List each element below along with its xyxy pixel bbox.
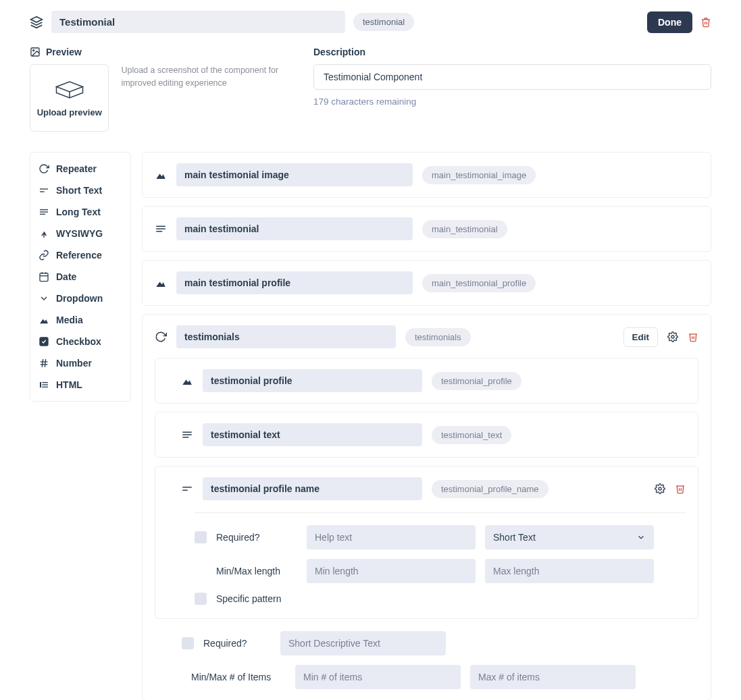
field-card-testimonial-profile-name: testimonial_profile_name Required? Short… (155, 466, 698, 619)
svg-marker-28 (182, 380, 192, 385)
sidebar-item-reference[interactable]: Reference (30, 244, 130, 266)
specific-pattern-label: Specific pattern (216, 593, 282, 604)
sidebar-item-long-text[interactable]: Long Text (30, 201, 130, 223)
field-name-input[interactable] (203, 369, 422, 392)
link-icon (39, 250, 49, 261)
sidebar-item-wysiwyg[interactable]: WYSIWYG (30, 223, 130, 244)
svg-rect-20 (42, 384, 48, 385)
svg-rect-6 (40, 211, 48, 212)
svg-rect-21 (42, 387, 48, 387)
delete-field-icon[interactable] (675, 483, 686, 494)
upload-hint-text: Upload a screenshot of the component for… (121, 64, 293, 90)
svg-marker-26 (156, 282, 165, 288)
svg-marker-0 (31, 16, 43, 22)
media-icon (39, 315, 49, 325)
max-items-input[interactable] (470, 665, 636, 689)
min-length-input[interactable] (307, 559, 476, 583)
sidebar-item-dropdown[interactable]: Dropdown (30, 288, 130, 309)
svg-rect-8 (40, 273, 48, 281)
delete-field-icon[interactable] (688, 331, 698, 342)
long-text-icon (155, 223, 167, 235)
sidebar-item-short-text[interactable]: Short Text (30, 180, 130, 201)
gear-icon[interactable] (655, 483, 665, 494)
svg-rect-3 (40, 188, 48, 189)
layers-icon (30, 16, 43, 29)
calendar-icon (39, 271, 49, 282)
svg-point-27 (671, 335, 674, 338)
svg-line-16 (42, 359, 43, 367)
wysiwyg-icon (39, 228, 49, 239)
media-icon (181, 375, 193, 387)
svg-point-34 (659, 487, 661, 490)
repeater-desc-input[interactable] (280, 631, 446, 655)
field-name-input[interactable] (176, 271, 413, 294)
field-card-testimonials-repeater: testimonials Edit testimonial_profile (142, 314, 711, 700)
checkbox-icon (39, 336, 49, 347)
max-length-input[interactable] (485, 559, 654, 583)
svg-rect-31 (182, 437, 188, 438)
svg-rect-7 (40, 214, 45, 215)
field-card-main-testimonial-profile[interactable]: main_testimonial_profile (142, 260, 711, 306)
field-slug: testimonial_profile_name (432, 480, 548, 498)
long-text-icon (181, 429, 193, 441)
field-slug: main_testimonial (422, 220, 507, 238)
description-input[interactable] (313, 64, 711, 90)
svg-point-2 (33, 50, 34, 51)
field-card-testimonial-profile[interactable]: testimonial_profile (155, 358, 698, 404)
repeater-required-checkbox[interactable] (182, 637, 194, 649)
field-card-main-testimonial-image[interactable]: main_testimonial_image (142, 152, 711, 198)
svg-rect-24 (156, 228, 165, 230)
svg-rect-13 (40, 338, 48, 346)
chevron-down-icon (39, 293, 49, 304)
svg-rect-30 (182, 434, 192, 435)
media-icon (155, 277, 167, 289)
sidebar-item-repeater[interactable]: Repeater (30, 158, 130, 180)
chevron-down-icon (636, 533, 646, 542)
upload-preview-box[interactable]: Upload preview (30, 64, 109, 132)
refresh-icon (39, 163, 49, 174)
long-text-icon (39, 207, 49, 217)
svg-marker-12 (40, 319, 48, 324)
done-button[interactable]: Done (647, 11, 692, 33)
repeater-required-label: Required? (203, 638, 271, 649)
field-name-input[interactable] (176, 217, 413, 240)
field-card-main-testimonial[interactable]: main_testimonial (142, 206, 711, 252)
upload-preview-label: Upload preview (37, 107, 102, 117)
specific-pattern-checkbox[interactable] (195, 593, 207, 605)
svg-line-17 (45, 359, 45, 367)
sidebar-item-number[interactable]: Number (30, 352, 130, 374)
help-text-input[interactable] (307, 525, 476, 549)
sidebar-item-html[interactable]: HTML (30, 374, 130, 396)
component-title-input[interactable] (51, 11, 345, 33)
svg-rect-5 (40, 209, 48, 210)
gear-icon[interactable] (667, 331, 678, 342)
svg-rect-25 (156, 231, 162, 232)
minmax-length-label: Min/Max length (216, 566, 297, 576)
required-label: Required? (216, 532, 297, 543)
field-slug: testimonial_profile (432, 372, 521, 390)
component-slug: testimonial (353, 13, 414, 31)
field-card-testimonial-text[interactable]: testimonial_text (155, 412, 698, 458)
sidebar-item-checkbox[interactable]: Checkbox (30, 331, 130, 352)
image-icon (30, 47, 41, 57)
field-name-input[interactable] (203, 477, 422, 500)
svg-rect-19 (42, 382, 48, 383)
field-slug: main_testimonial_image (422, 166, 536, 184)
field-type-select[interactable]: Short Text (485, 525, 654, 549)
delete-component-icon[interactable] (700, 17, 711, 28)
field-name-input[interactable] (176, 163, 413, 186)
field-slug: testimonials (405, 328, 471, 346)
media-icon (155, 169, 167, 181)
edit-button[interactable]: Edit (623, 327, 659, 347)
sidebar-item-media[interactable]: Media (30, 309, 130, 331)
repeater-minmax-label: Min/Max # of Items (191, 672, 286, 682)
field-type-sidebar: Repeater Short Text Long Text WYSIWYG Re… (30, 152, 131, 402)
field-name-input[interactable] (176, 325, 396, 348)
preview-section-label: Preview (30, 47, 293, 57)
svg-rect-18 (40, 382, 41, 387)
min-items-input[interactable] (295, 665, 461, 689)
description-section-label: Description (313, 47, 711, 57)
required-checkbox[interactable] (195, 531, 207, 543)
field-name-input[interactable] (203, 423, 422, 446)
sidebar-item-date[interactable]: Date (30, 266, 130, 288)
